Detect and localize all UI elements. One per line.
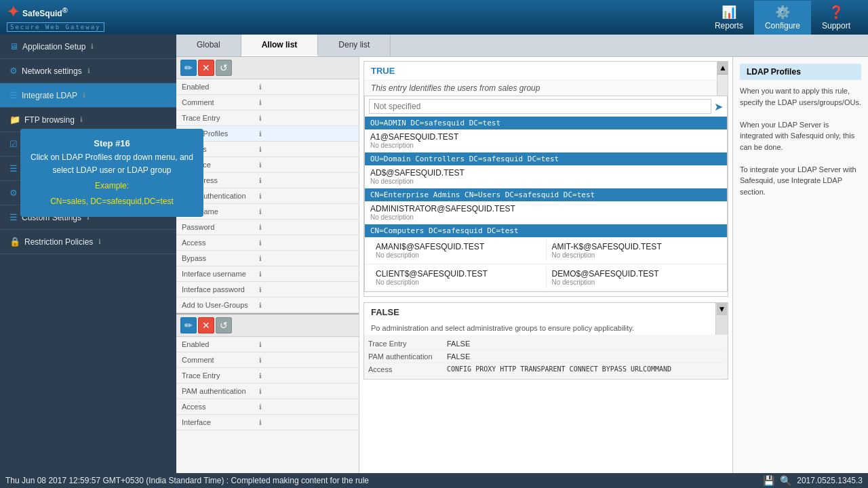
sidebar: 🖥 Application Setup ℹ ⚙ Network settings… [0, 35, 176, 473]
ldap-item-admin[interactable]: ADMINISTRATOR@SAFESQUID.TEST No descript… [365, 201, 727, 224]
field-comment2: Comment ℹ [176, 352, 359, 368]
entry2-scroll: ▼ [715, 303, 728, 335]
ldap-amitk-name: AMIT-K$@SAFESQUID.TEST [552, 242, 717, 251]
ldap-item-clients[interactable]: CLIENT$@SAFESQUID.TEST No description [370, 267, 546, 288]
access-value: CONFIG PROXY HTTP TRANSPARENT CONNECT BY… [447, 365, 671, 373]
ldap-item-admin-name: ADMINISTRATOR@SAFESQUID.TEST [370, 204, 722, 214]
sidebar-item-ftp-label: FTP browsing [24, 115, 75, 125]
version: 2017.0525.1345.3 [797, 476, 863, 485]
edit-btn[interactable]: ✏ [180, 60, 197, 76]
field-interface2-label: Interface [182, 418, 256, 426]
nav-support[interactable]: ❓ Support [811, 1, 861, 35]
ldap-list: OU=ADMIN DC=safesquid DC=test A1@SAFESQU… [365, 117, 727, 291]
ldap-item-ad-name: AD$@SAFESQUID.TEST [370, 168, 722, 178]
field-iface-username: Interface username ℹ [176, 266, 359, 282]
nav-reports[interactable]: 📊 Reports [704, 1, 754, 35]
field-comment2-label: Comment [182, 356, 256, 364]
ldap-item-admin-desc: No description [370, 214, 722, 221]
reset-btn[interactable]: ↺ [216, 60, 232, 76]
pam-auth-row: PAM authentication FALSE [368, 350, 724, 363]
config-panel: ✏ ✕ ↺ Enabled ℹ Comment ℹ Trace Entry ℹ [176, 57, 359, 473]
logo-icon: ✦ [7, 3, 19, 21]
field-enabled: Enabled ℹ [176, 79, 359, 95]
ldap-item-ad[interactable]: AD$@SAFESQUID.TEST No description [365, 165, 727, 188]
custom-icon: ☰ [9, 212, 18, 222]
field-profiles: Profiles ℹ [176, 142, 359, 157]
center-panel: TRUE This entry Identifies the users fro… [359, 57, 732, 473]
field-enabled-label: Enabled [182, 83, 256, 91]
reports-icon: 📊 [722, 5, 736, 20]
tab-deny-list[interactable]: Deny list [318, 35, 391, 56]
trace-label: Trace Entry [368, 340, 443, 348]
ftp-icon: 📁 [9, 115, 20, 125]
tab-global[interactable]: Global [176, 35, 241, 56]
sidebar-item-network[interactable]: ⚙ Network settings ℹ [0, 59, 176, 83]
field-add-user-groups: Add to User-Groups ℹ [176, 298, 359, 313]
ldap-send-btn[interactable]: ➤ [714, 100, 723, 113]
field-c2-help: ℹ [259, 357, 262, 364]
scroll-up-1[interactable]: ▲ [717, 62, 728, 75]
save-icon[interactable]: 💾 [763, 475, 774, 486]
ldap-item-demo[interactable]: DEMO$@SAFESQUID.TEST No description [546, 267, 722, 288]
delete-btn[interactable]: ✕ [198, 60, 214, 76]
ldap-icon: ☰ [9, 90, 18, 100]
tab-allow-list[interactable]: Allow list [241, 35, 319, 56]
sidebar-item-restriction[interactable]: 🔒 Restriction Policies ℹ [0, 230, 176, 254]
ldap-group-2: OU=Domain Controllers DC=safesquid DC=te… [365, 152, 727, 165]
ldap-input-field[interactable] [369, 99, 711, 114]
field-access-label: Access [182, 239, 256, 247]
step-example-value: CN=sales, DC=safesquid,DC=test [30, 195, 194, 208]
trace-entry-row: Trace Entry FALSE [368, 338, 724, 350]
sidebar-item-app-setup[interactable]: 🖥 Application Setup ℹ [0, 35, 176, 59]
step-popup: Step #16 Click on LDAP Profiles drop dow… [20, 129, 203, 217]
main-layout: 🖥 Application Setup ℹ ⚙ Network settings… [0, 35, 868, 473]
field-pam-help: ℹ [259, 192, 262, 200]
entry2-content: FALSE Po administration and select admin… [364, 303, 715, 335]
field-en2-help: ℹ [259, 341, 262, 348]
field-enabled2: Enabled ℹ [176, 337, 359, 352]
delete-btn-2[interactable]: ✕ [198, 317, 214, 333]
field-iface-password: Interface password ℹ [176, 282, 359, 298]
field-interface: Interface ℹ [176, 157, 359, 173]
field-pam2-help: ℹ [259, 388, 262, 395]
field-ifacepwd-help: ℹ [259, 286, 262, 293]
sidebar-item-integrate-ldap[interactable]: ☰ Integrate LDAP ℹ [0, 83, 176, 108]
field-interface2: Interface ℹ [176, 415, 359, 430]
ldap-item-amani[interactable]: AMANI$@SAFESQUID.TEST No description [370, 240, 546, 261]
entry2-section: FALSE Po administration and select admin… [363, 302, 728, 380]
network-help: ℹ [87, 67, 90, 75]
ldap-amani-name: AMANI$@SAFESQUID.TEST [376, 242, 540, 251]
field-bypass-help: ℹ [259, 255, 262, 262]
ldap-item-pair-2: CLIENT$@SAFESQUID.TEST No description DE… [365, 264, 727, 291]
app-setup-help: ℹ [91, 43, 94, 50]
entry2-scroll-down[interactable]: ▼ [717, 303, 728, 315]
field-enabled-help: ℹ [259, 83, 262, 91]
header: ✦ SafeSquid® Secure Web Gateway 📊 Report… [0, 0, 868, 35]
content-area: Global Allow list Deny list ✏ ✕ ↺ Enable… [176, 35, 868, 473]
field-pam2-label: PAM authentication [182, 387, 256, 395]
ldap-item-amitk[interactable]: AMIT-K$@SAFESQUID.TEST No description [546, 240, 722, 261]
search-icon[interactable]: 🔍 [780, 475, 791, 486]
field-access: Access ℹ [176, 235, 359, 251]
field-ip-address: IP Address ℹ [176, 173, 359, 188]
header-nav: 📊 Reports ⚙️ Configure ❓ Support [704, 1, 861, 35]
field-trace2: Trace Entry ℹ [176, 368, 359, 384]
reset-btn-2[interactable]: ↺ [216, 317, 232, 333]
pam-label: PAM authentication [368, 352, 443, 361]
field-addug-label: Add to User-Groups [182, 301, 256, 309]
field-comment: Comment ℹ [176, 95, 359, 110]
field-ifacepwd-label: Interface password [182, 285, 256, 293]
ldap-clients-name: CLIENT$@SAFESQUID.TEST [376, 269, 540, 279]
edit-btn-2[interactable]: ✏ [180, 317, 197, 333]
ldap-item-a1[interactable]: A1@SAFESQUID.TEST No description [365, 129, 727, 152]
nav-configure[interactable]: ⚙️ Configure [754, 1, 811, 35]
ldap-input-row: ➤ [365, 96, 727, 117]
field-access2-label: Access [182, 403, 256, 411]
pam-value: FALSE [447, 352, 470, 361]
field-interface2-help: ℹ [259, 419, 262, 426]
ldap-item-pair-1: AMANI$@SAFESQUID.TEST No description AMI… [365, 237, 727, 264]
access-row: Access CONFIG PROXY HTTP TRANSPARENT CON… [368, 363, 724, 376]
field-username-help: ℹ [259, 208, 262, 216]
entry1-enabled: TRUE [364, 62, 717, 80]
sidebar-item-network-label: Network settings [22, 66, 82, 76]
